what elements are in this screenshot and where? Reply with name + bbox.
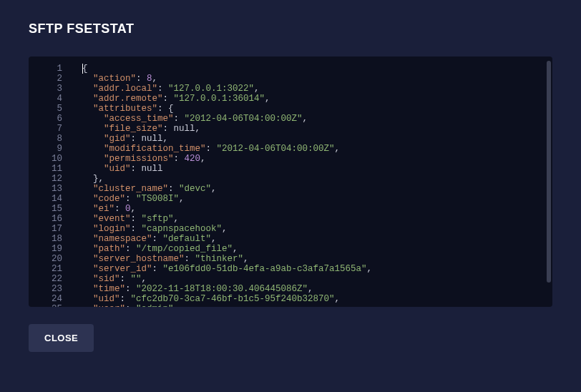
scrollbar-thumb[interactable] <box>547 61 551 283</box>
dialog-title: SFTP FSETSTAT <box>29 21 552 36</box>
close-button[interactable]: CLOSE <box>29 324 94 352</box>
json-viewer[interactable]: 1234567891011121314151617181920212223242… <box>29 57 552 307</box>
line-numbers: 1234567891011121314151617181920212223242… <box>29 57 68 307</box>
json-content[interactable]: { "action": 8, "addr.local": "127.0.0.1:… <box>68 57 552 307</box>
